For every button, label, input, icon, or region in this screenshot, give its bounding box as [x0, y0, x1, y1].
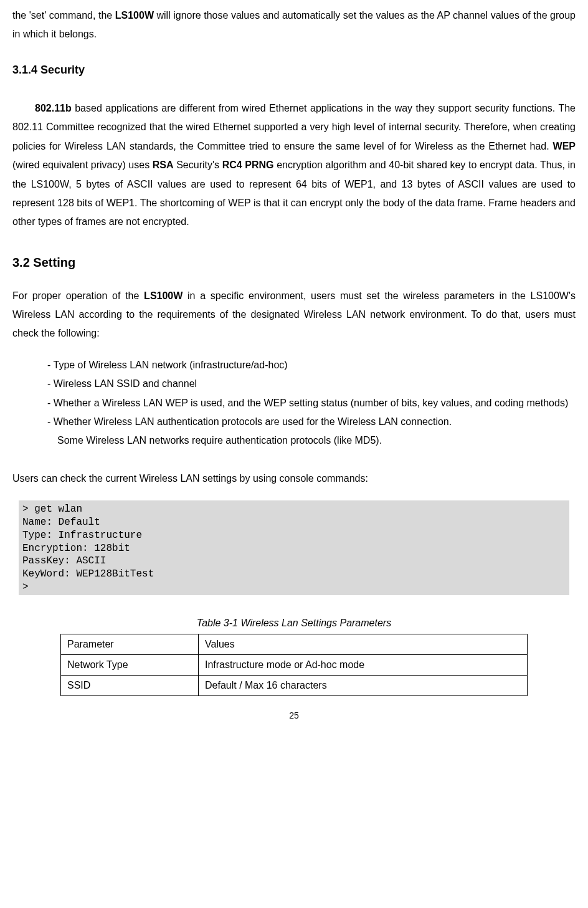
table-cell: Network Type — [61, 655, 199, 676]
table-row: Parameter Values — [61, 634, 528, 655]
settings-table: Parameter Values Network Type Infrastruc… — [60, 634, 528, 696]
bold-ls100w: LS100W — [144, 290, 183, 301]
intro-bold: LS100W — [115, 10, 154, 21]
table-cell: Values — [199, 634, 528, 655]
console-output: > get wlan Name: Default Type: Infrastru… — [19, 500, 569, 595]
page-number: 25 — [12, 707, 576, 724]
intro-paragraph: the 'set' command, the LS100W will ignor… — [12, 6, 576, 44]
setting-paragraph: For proper operation of the LS100W in a … — [12, 287, 576, 343]
table-cell: Parameter — [61, 634, 199, 655]
heading-3-2: 3.2 Setting — [12, 251, 576, 274]
bold-rc4: RC4 PRNG — [222, 160, 274, 170]
table-cell: SSID — [61, 676, 199, 696]
bullet-item-3: - Whether a Wireless LAN WEP is used, an… — [59, 394, 576, 413]
security-paragraph: 802.11b based applications are different… — [12, 99, 576, 232]
sec-text1: based applications are different from wi… — [12, 103, 576, 151]
bullet-list: - Type of Wireless LAN network (infrastr… — [47, 356, 576, 451]
console-paragraph: Users can check the current Wireless LAN… — [12, 469, 576, 488]
table-cell: Infrastructure mode or Ad-hoc mode — [199, 655, 528, 676]
bold-rsa: RSA — [153, 160, 174, 170]
set-text1: For proper operation of the — [12, 290, 144, 301]
bullet-item-2: - Wireless LAN SSID and channel — [59, 375, 576, 393]
bold-80211b: 802.11b — [35, 103, 72, 113]
sec-text2: (wired equivalent privacy) uses — [12, 160, 153, 170]
bullet-item-5: Some Wireless LAN networks require authe… — [57, 431, 576, 450]
sec-text3: Security's — [174, 160, 222, 170]
bold-wep: WEP — [553, 141, 576, 151]
table-cell: Default / Max 16 characters — [199, 676, 528, 696]
bullet-item-1: - Type of Wireless LAN network (infrastr… — [59, 356, 576, 375]
heading-3-1-4: 3.1.4 Security — [12, 59, 576, 80]
bullet-item-4: - Whether Wireless LAN authentication pr… — [59, 413, 576, 431]
table-caption: Table 3-1 Wireless Lan Settings Paramete… — [12, 614, 576, 633]
table-row: Network Type Infrastructure mode or Ad-h… — [61, 655, 528, 676]
table-row: SSID Default / Max 16 characters — [61, 676, 528, 696]
intro-text-before: the 'set' command, the — [12, 10, 115, 21]
